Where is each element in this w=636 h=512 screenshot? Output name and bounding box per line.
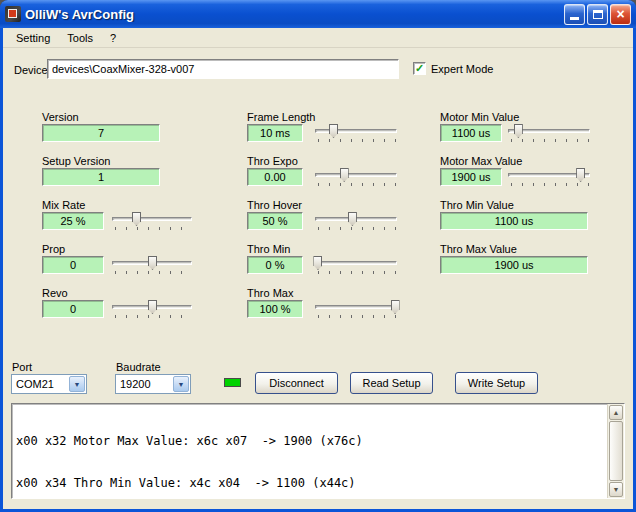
slider-ticks (115, 271, 192, 274)
field-thro-min: Thro Min 0 % (247, 243, 290, 255)
slider-track (112, 217, 192, 221)
connection-status-led (224, 378, 241, 387)
port-label: Port (12, 361, 32, 373)
chevron-down-icon[interactable]: ▼ (173, 376, 189, 392)
motor-max-slider[interactable] (508, 168, 590, 186)
thro-expo-slider[interactable] (315, 168, 397, 186)
maximize-button[interactable] (587, 4, 608, 25)
log-lines: x00 x32 Motor Max Value: x6c x07 -> 1900… (16, 406, 606, 496)
field-label: Frame Length (247, 111, 315, 123)
slider-thumb[interactable] (132, 212, 141, 226)
field-value[interactable]: 10 ms (247, 124, 303, 142)
baudrate-label: Baudrate (116, 361, 161, 373)
field-value[interactable]: 1900 us (440, 256, 588, 274)
thro-max-slider[interactable] (315, 300, 397, 318)
mix-rate-slider[interactable] (112, 212, 192, 230)
device-label: Device (14, 64, 48, 76)
field-mix-rate: Mix Rate 25 % (42, 199, 85, 211)
log-line: x00 x34 Thro Min Value: x4c x04 -> 1100 … (16, 476, 606, 490)
write-setup-button[interactable]: Write Setup (455, 372, 538, 394)
port-combo[interactable]: COM21 ▼ (11, 374, 87, 394)
field-prop: Prop 0 (42, 243, 65, 255)
slider-ticks (318, 315, 397, 318)
field-value[interactable]: 7 (42, 124, 160, 142)
menu-tools[interactable]: Tools (60, 31, 100, 46)
prop-slider[interactable] (112, 256, 192, 274)
field-thro-min-value: Thro Min Value 1100 us (440, 199, 514, 211)
field-value[interactable]: 25 % (42, 212, 104, 230)
field-revo: Revo 0 (42, 287, 68, 299)
menu-bar: Setting Tools ? (3, 28, 633, 48)
log-line: x00 x32 Motor Max Value: x6c x07 -> 1900… (16, 434, 606, 448)
thro-min-slider[interactable] (315, 256, 397, 274)
slider-thumb[interactable] (313, 256, 322, 270)
scroll-down-icon[interactable]: ▼ (609, 482, 623, 497)
log-output[interactable]: x00 x32 Motor Max Value: x6c x07 -> 1900… (11, 403, 625, 499)
baudrate-combo[interactable]: 19200 ▼ (115, 374, 191, 394)
maximize-icon (593, 10, 603, 19)
field-value[interactable]: 1100 us (440, 212, 588, 230)
field-value[interactable]: 50 % (247, 212, 303, 230)
titlebar[interactable]: OlliW's AvrConfig × (0, 0, 636, 28)
field-motor-max-value: Motor Max Value 1900 us (440, 155, 522, 167)
scroll-up-icon[interactable]: ▲ (609, 405, 623, 420)
slider-thumb[interactable] (148, 300, 157, 314)
field-motor-min-value: Motor Min Value 1100 us (440, 111, 519, 123)
slider-thumb[interactable] (340, 168, 349, 182)
field-label: Thro Min Value (440, 199, 514, 211)
slider-thumb[interactable] (391, 300, 400, 314)
field-label: Thro Min (247, 243, 290, 255)
field-value[interactable]: 0 (42, 300, 104, 318)
slider-ticks (318, 183, 397, 186)
field-value[interactable]: 100 % (247, 300, 303, 318)
slider-thumb[interactable] (514, 124, 523, 138)
field-value[interactable]: 1900 us (440, 168, 502, 186)
field-version: Version 7 (42, 111, 79, 123)
close-button[interactable]: × (610, 4, 631, 25)
slider-thumb[interactable] (576, 168, 585, 182)
slider-thumb[interactable] (329, 124, 338, 138)
field-value[interactable]: 0.00 (247, 168, 303, 186)
field-label: Revo (42, 287, 68, 299)
field-value[interactable]: 0 % (247, 256, 303, 274)
slider-ticks (115, 315, 192, 318)
client-area: Setting Tools ? Device ✓ Expert Mode Ver… (3, 28, 633, 509)
expert-mode-checkbox[interactable]: ✓ (413, 62, 426, 75)
field-label: Setup Version (42, 155, 111, 167)
slider-track (315, 261, 397, 265)
frame-length-slider[interactable] (315, 124, 397, 142)
field-label: Thro Hover (247, 199, 302, 211)
field-label: Motor Min Value (440, 111, 519, 123)
minimize-button[interactable] (564, 4, 585, 25)
field-frame-length: Frame Length 10 ms (247, 111, 315, 123)
field-label: Thro Expo (247, 155, 298, 167)
read-setup-button[interactable]: Read Setup (350, 372, 433, 394)
field-thro-max: Thro Max 100 % (247, 287, 293, 299)
slider-ticks (511, 139, 590, 142)
expert-mode-label[interactable]: Expert Mode (431, 63, 493, 75)
disconnect-button[interactable]: Disconnect (255, 372, 338, 394)
device-input[interactable] (47, 59, 399, 79)
field-label: Prop (42, 243, 65, 255)
menu-help[interactable]: ? (103, 31, 123, 46)
chevron-down-icon[interactable]: ▼ (69, 376, 85, 392)
revo-slider[interactable] (112, 300, 192, 318)
slider-track (315, 305, 397, 309)
menu-setting[interactable]: Setting (9, 31, 57, 46)
expert-mode-group[interactable]: ✓ Expert Mode (413, 62, 493, 75)
thro-hover-slider[interactable] (315, 212, 397, 230)
slider-thumb[interactable] (148, 256, 157, 270)
motor-min-slider[interactable] (508, 124, 590, 142)
log-scrollbar[interactable]: ▲ ▼ (607, 404, 624, 498)
slider-ticks (318, 271, 397, 274)
field-value[interactable]: 1100 us (440, 124, 502, 142)
field-thro-max-value: Thro Max Value 1900 us (440, 243, 517, 255)
minimize-icon (570, 17, 579, 20)
slider-ticks (318, 227, 397, 230)
scrollbar-thumb[interactable] (609, 421, 623, 481)
field-label: Thro Max (247, 287, 293, 299)
slider-thumb[interactable] (348, 212, 357, 226)
slider-ticks (318, 139, 397, 142)
field-value[interactable]: 0 (42, 256, 104, 274)
field-value[interactable]: 1 (42, 168, 160, 186)
